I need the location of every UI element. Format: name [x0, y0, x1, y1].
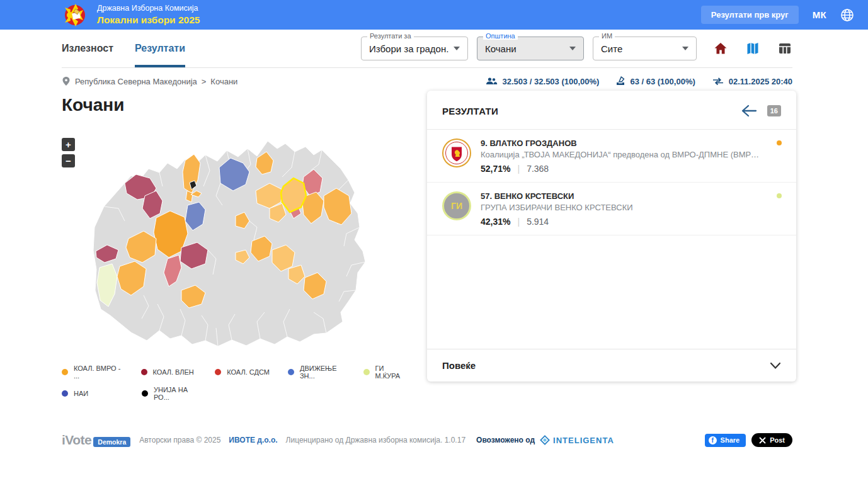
candidate-percent: 52,71% [481, 164, 510, 174]
breadcrumb: Република Северна Македонија > Кочани [62, 76, 237, 86]
polling-stations-stat: 63 / 63 (100,00%) [615, 76, 695, 86]
im-value: Сите [601, 43, 677, 54]
location-pin-icon [62, 76, 71, 86]
map-zoom-out-button[interactable]: − [62, 154, 75, 167]
vmro-party-logo [442, 139, 471, 174]
municipality-label: Општина [483, 32, 518, 40]
chevron-down-icon [682, 47, 688, 50]
candidate-votes: 5.914 [527, 217, 549, 227]
im-label: ИМ [599, 32, 615, 40]
results-for-value: Избори за градон... [369, 43, 448, 54]
nav-row: Излезност Резултати Резултати за Избори … [62, 30, 792, 68]
powered-by-label: Овозможено од [476, 436, 535, 444]
separator: | [517, 164, 520, 174]
back-arrow-icon[interactable] [741, 104, 757, 118]
candidate-name: 9. ВЛАТКО ГРОЗДАНОВ [481, 139, 763, 148]
legend-dot-icon [215, 369, 221, 375]
legend-dot-icon [62, 369, 68, 375]
facebook-icon: f [709, 436, 717, 444]
candidate-row[interactable]: ГИ57. ВЕНКО КРСТЕВСКИГРУПА ИЗБИРАЧИ ВЕНК… [427, 183, 796, 235]
more-button[interactable]: Повеќе [427, 349, 796, 382]
company-link[interactable]: ИВОТЕ д.о.о. [229, 436, 277, 444]
globe-icon[interactable] [840, 8, 854, 22]
first-round-results-button[interactable]: Резултати прв круг [701, 6, 799, 24]
candidate-result: 42,31%|5.914 [481, 217, 633, 227]
legend-item-gi: ГИ М.ЌУРА [363, 365, 410, 380]
x-post-button[interactable]: Post [751, 433, 792, 447]
candidate-row[interactable]: 9. ВЛАТКО ГРОЗДАНОВКоалиција „ТВОЈА МАКЕ… [427, 130, 796, 183]
breadcrumb-current: Кочани [210, 77, 237, 86]
legend-item-vmro: КОАЛ. ВМРО - ... [62, 365, 124, 380]
inteligenta-logo[interactable]: INTELIGENTA [540, 435, 614, 445]
voters-icon [486, 77, 498, 86]
chevron-down-icon [770, 362, 781, 370]
org-name: Државна Изборна Комисија [97, 4, 200, 14]
dik-logo-icon [62, 3, 88, 28]
im-select[interactable]: ИМ Сите [593, 37, 697, 60]
legend-dot-icon [363, 369, 370, 375]
legend-dot-icon [288, 369, 294, 375]
page-title: Кочани [62, 95, 427, 115]
map-svg[interactable] [62, 133, 427, 354]
facebook-share-button[interactable]: f Share [705, 434, 746, 447]
license-text: Лиценцирано од Државна изборна комисија.… [286, 436, 465, 444]
demokra-badge: Demokra [93, 437, 130, 447]
candidate-party: ГРУПА ИЗБИРАЧИ ВЕНКО КРСТЕВСКИ [481, 203, 633, 212]
language-selector[interactable]: МК [813, 9, 826, 20]
municipalities-map[interactable]: + − [62, 133, 427, 354]
candidate-party: Коалиција „ТВОЈА МАКЕДОНИЈА“ предводена … [481, 150, 763, 159]
candidate-count-badge: 16 [767, 105, 781, 116]
legend-dot-icon [142, 390, 148, 397]
candidate-result: 52,71%|7.368 [481, 164, 763, 174]
municipality-value: Кочани [485, 43, 564, 54]
legend-dot-icon [62, 390, 68, 397]
candidate-party-dot-icon [777, 193, 782, 198]
results-for-label: Резултати за [367, 32, 414, 40]
candidate-votes: 7.368 [527, 164, 549, 174]
results-for-select[interactable]: Резултати за Избори за градон... [361, 37, 468, 60]
sync-arrows-icon [712, 77, 724, 86]
map-icon[interactable] [745, 41, 760, 56]
map-legend: КОАЛ. ВМРО - ...КОАЛ. ВЛЕНКОАЛ. СДСМДВИЖ… [62, 365, 427, 401]
last-update-stat: 02.11.2025 20:40 [712, 77, 792, 86]
results-panel: РЕЗУЛТАТИ 16 9. ВЛАТКО ГРОЗДАНОВКоалициј… [427, 91, 796, 382]
x-icon [759, 437, 766, 444]
legend-item-dvizhenje: ДВИЖЕЊЕ ЗН... [288, 365, 346, 380]
voter-group-logo: ГИ [442, 191, 471, 227]
legend-item-nai: НАИ [62, 390, 125, 397]
results-panel-title: РЕЗУЛТАТИ [442, 106, 498, 116]
separator: | [517, 217, 520, 227]
tab-results[interactable]: Резултати [135, 30, 185, 67]
candidate-percent: 42,31% [481, 217, 510, 227]
candidate-name: 57. ВЕНКО КРСТЕВСКИ [481, 191, 633, 201]
tab-turnout[interactable]: Излезност [62, 30, 113, 67]
candidate-party-dot-icon [777, 140, 782, 145]
inteligenta-diamond-icon [540, 435, 550, 445]
municipality-select[interactable]: Општина Кочани [477, 37, 584, 60]
app-footer: iVote Demokra Авторски права © 2025 ИВОТ… [62, 433, 792, 448]
home-icon[interactable] [713, 41, 728, 56]
site-title: Локални избори 2025 [97, 14, 200, 26]
ballot-box-icon [615, 76, 625, 86]
copyright-text: Авторски права © 2025 [139, 436, 220, 444]
chevron-down-icon [569, 47, 576, 50]
legend-dot-icon [141, 369, 147, 375]
legend-item-sdsm: КОАЛ. СДСМ [215, 368, 271, 376]
chevron-down-icon [454, 47, 460, 50]
table-icon[interactable] [777, 41, 792, 56]
map-zoom-in-button[interactable]: + [62, 138, 75, 151]
voters-stat: 32.503 / 32.503 (100,00%) [486, 77, 599, 86]
breadcrumb-separator: > [202, 77, 207, 86]
breadcrumb-root[interactable]: Република Северна Македонија [75, 77, 197, 86]
app-header: Државна Изборна Комисија Локални избори … [0, 0, 868, 30]
legend-item-vlen: КОАЛ. ВЛЕН [141, 368, 198, 376]
ivote-logo: iVote [62, 433, 91, 448]
legend-item-unija: УНИЈА НА РО... [142, 386, 200, 401]
